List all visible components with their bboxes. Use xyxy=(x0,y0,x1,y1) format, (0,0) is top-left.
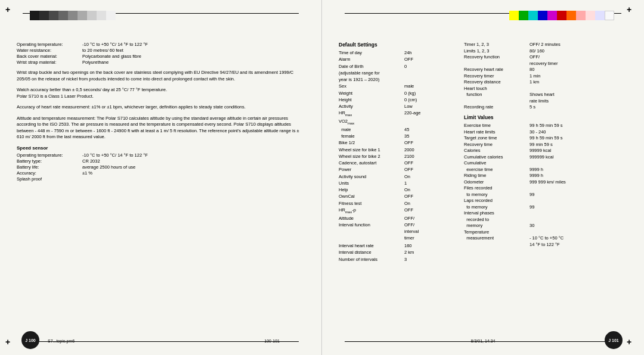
settings-row: Interval distance 2 km xyxy=(339,250,458,256)
settings-value: 3 xyxy=(404,257,428,263)
timer-row: Limits 1, 2, 3 80/ 160 xyxy=(464,48,627,54)
speed-sensor-title: Speed sensor xyxy=(17,145,305,151)
settings-row: Bike 1/2 OFF xyxy=(339,140,458,146)
settings-row: Alarm OFF xyxy=(339,57,458,63)
settings-value: OFF xyxy=(404,140,428,146)
settings-label: Altitude xyxy=(339,216,404,222)
limit-row: recorded to xyxy=(464,217,627,222)
limit-value xyxy=(530,210,627,216)
limit-value: 99 xyxy=(530,204,627,210)
spec-label: Battery type: xyxy=(17,158,82,164)
settings-label: HRmax xyxy=(339,110,404,117)
settings-label: Power xyxy=(339,167,404,173)
limit-label: Target zone time xyxy=(464,135,530,141)
limit-row: Interval phases xyxy=(464,210,627,216)
limit-label: Recovery time xyxy=(464,142,530,147)
spec-label: Back cover material: xyxy=(17,54,82,59)
settings-value: 2 km xyxy=(404,250,428,256)
timer-label: Timer 1, 2, 3 xyxy=(464,42,530,47)
settings-label: OwnCal xyxy=(339,194,404,200)
settings-row: Interval heart rate 160 xyxy=(339,243,458,249)
settings-value: OFF xyxy=(404,207,428,214)
spec-block-nickel: Wrist strap buckle and two openings on t… xyxy=(17,70,305,82)
timer-row: Timer 1, 2, 3 OFF/ 2 minutes xyxy=(464,42,627,47)
limit-value: 99999 kcal xyxy=(530,148,627,153)
limit-value: 99 xyxy=(530,192,627,197)
limit-value xyxy=(530,229,627,235)
timer-value: 5 s xyxy=(530,104,627,110)
settings-label xyxy=(339,235,404,241)
limit-value: - 10 °C to +50 °C xyxy=(530,235,627,241)
settings-row: VO2max xyxy=(339,119,458,126)
limit-label: Interval phases xyxy=(464,210,530,216)
reg-mark-bl xyxy=(7,340,16,348)
settings-label: Fitness test xyxy=(339,201,404,207)
settings-row: Power OFF xyxy=(339,167,458,173)
limit-value: 999999 kcal xyxy=(530,154,627,160)
timer-label xyxy=(464,98,530,104)
timer-label: Heart touch xyxy=(464,86,530,91)
limit-label: Calories xyxy=(464,148,530,153)
timer-row: recovery timer xyxy=(464,61,627,66)
timer-row: Heart touch xyxy=(464,86,627,91)
spec-label: Operating temperature: xyxy=(17,152,82,158)
limit-value xyxy=(530,217,627,222)
settings-value: 2100 xyxy=(404,154,428,160)
timer-value: 80 xyxy=(530,67,627,72)
settings-label: Help xyxy=(339,187,404,193)
settings-value: OFF xyxy=(404,160,428,166)
settings-label: male xyxy=(339,127,404,133)
limit-row: Temperature xyxy=(464,229,627,235)
limit-label: Riding time xyxy=(464,173,530,178)
footer-date-right: 8/3/01, 14:34 xyxy=(471,339,496,343)
limit-value: 9999 h xyxy=(530,173,627,178)
limit-label: recorded to xyxy=(464,217,530,222)
settings-value: On xyxy=(404,187,428,193)
spec-para: Watch accuracy better than ± 0,5 seconds… xyxy=(17,87,305,94)
settings-row: Altitude OFF/ xyxy=(339,216,458,222)
spec-row: Back cover material: Polycarbonate and g… xyxy=(17,54,305,59)
limit-label: Exercise time xyxy=(464,123,530,128)
spec-row: Wrist strap material: Polyurethane xyxy=(17,60,305,65)
spec-para: Accuracy of heart rate measurement: ±1% … xyxy=(17,104,305,111)
limit-row: Target zone time 99 h 59 min 59 s xyxy=(464,135,627,141)
settings-label: Wheel size for bike 1 xyxy=(339,147,404,153)
settings-row: Sex male xyxy=(339,83,458,89)
settings-row: Activity Low xyxy=(339,104,458,110)
limit-value: 99 h 59 min 59 s xyxy=(530,135,627,141)
limit-label xyxy=(464,242,530,247)
timer-label: Recovery function xyxy=(464,54,530,60)
settings-row: Cadence, autostart OFF xyxy=(339,160,458,166)
spec-block-hr: Accuracy of heart rate measurement: ±1% … xyxy=(17,104,305,111)
limit-value: 99 min 59 s xyxy=(530,142,627,147)
limit-row: to memory 99 xyxy=(464,192,627,197)
speed-specs-table: Operating temperature: -10 °C to +50 °C/… xyxy=(17,152,305,182)
settings-value: OFF/ xyxy=(404,216,428,222)
timer-label: Recovery heart rate xyxy=(464,67,530,72)
settings-label: Number of intervals xyxy=(339,257,404,263)
timer-row: Recording rate 5 s xyxy=(464,104,627,110)
reg-mark-tl xyxy=(7,7,16,15)
limit-value: 30 xyxy=(530,223,627,228)
spec-value xyxy=(82,176,305,182)
timer-value: Shows heart xyxy=(530,92,627,97)
settings-label: Interval distance xyxy=(339,250,404,256)
settings-label: Sex xyxy=(339,83,404,89)
timer-value xyxy=(530,86,627,91)
settings-row-activity-sound: Activity sound On xyxy=(339,174,458,180)
settings-value: 24h xyxy=(404,50,428,56)
settings-row: Units 1 xyxy=(339,180,458,186)
settings-row: (adjustable range for xyxy=(339,70,458,76)
spec-label: Water resistance: xyxy=(17,48,82,53)
timer-value: 1 km xyxy=(530,79,627,85)
spec-row: Accuracy: ±1 % xyxy=(17,170,305,176)
timer-row: Recovery function OFF/ xyxy=(464,54,627,60)
limit-label: Temperature xyxy=(464,229,530,235)
spec-label: Splash proof xyxy=(17,176,82,182)
settings-label: Date of Birth xyxy=(339,64,404,70)
settings-label xyxy=(339,229,404,235)
limit-row: Heart rate limits 30 - 240 xyxy=(464,129,627,135)
limit-value: 9999 h xyxy=(530,167,627,172)
settings-row: OwnCal OFF xyxy=(339,194,458,200)
timer-label: Limits 1, 2, 3 xyxy=(464,48,530,54)
